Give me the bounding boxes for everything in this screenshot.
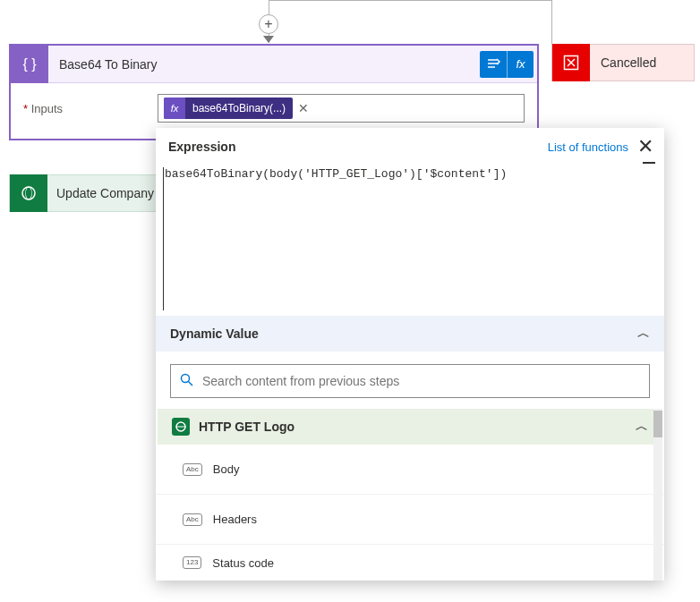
arrow-down-icon xyxy=(263,36,274,43)
designer-canvas: + { } Base64 To Binary fx Inputs xyxy=(0,0,700,602)
token-mode-buttons: fx xyxy=(480,51,534,78)
expression-heading: Expression xyxy=(168,140,235,154)
add-step-button[interactable]: + xyxy=(259,14,278,34)
param-label-inputs: Inputs xyxy=(23,102,149,115)
action-header[interactable]: { } Base64 To Binary fx xyxy=(11,46,537,83)
dataverse-icon xyxy=(10,174,47,212)
svg-point-1 xyxy=(22,187,35,199)
compose-icon: { } xyxy=(11,46,48,83)
action-card-cancelled[interactable]: Cancelled xyxy=(551,44,695,81)
inputs-field[interactable]: fx base64ToBinary(...) ✕ xyxy=(158,94,525,123)
scrollbar-thumb[interactable] xyxy=(653,411,662,437)
connector-line xyxy=(269,0,551,1)
dynamic-value-item[interactable]: Abc Headers xyxy=(156,495,664,545)
chevron-up-icon[interactable]: ︿ xyxy=(636,419,648,435)
type-badge: Abc xyxy=(183,513,202,526)
fx-icon: fx xyxy=(164,98,185,119)
scrollbar[interactable] xyxy=(653,409,662,581)
action-card-base64[interactable]: { } Base64 To Binary fx Inputs fx base64… xyxy=(9,44,539,140)
search-input[interactable] xyxy=(202,374,640,388)
dynamic-content-button[interactable] xyxy=(480,51,507,78)
svg-point-2 xyxy=(182,375,190,383)
terminate-icon xyxy=(552,44,590,81)
search-icon xyxy=(180,373,193,389)
item-label: Status code xyxy=(212,556,274,570)
action-card-update-company[interactable]: Update Company xyxy=(9,174,161,212)
connector-line xyxy=(551,0,552,45)
action-title: Base64 To Binary xyxy=(48,57,157,72)
http-icon xyxy=(172,418,190,436)
token-label: base64ToBinary(...) xyxy=(185,102,293,114)
expression-code-input[interactable]: base64ToBinary(body('HTTP_GET_Logo')['$c… xyxy=(163,167,657,310)
popup-header: Expression List of functions ✕ xyxy=(156,128,664,165)
svg-line-3 xyxy=(189,382,193,386)
cancelled-title: Cancelled xyxy=(590,55,656,70)
token-clear-button[interactable]: ✕ xyxy=(298,101,309,115)
dynamic-value-section-header[interactable]: Dynamic Value ︿ xyxy=(156,316,664,352)
expression-button[interactable]: fx xyxy=(507,51,534,78)
dynamic-value-item[interactable]: 123 Status code xyxy=(156,545,664,581)
search-box[interactable] xyxy=(170,364,650,398)
dynamic-value-item[interactable]: Abc Body xyxy=(156,445,664,495)
dynamic-value-label: Dynamic Value xyxy=(170,326,259,341)
item-label: Headers xyxy=(213,513,257,526)
source-label: HTTP GET Logo xyxy=(199,420,295,434)
type-badge: 123 xyxy=(183,556,201,569)
expression-editor-popup: Expression List of functions ✕ base64ToB… xyxy=(156,128,664,581)
source-section-header[interactable]: HTTP GET Logo ︿ xyxy=(158,409,662,445)
update-title: Update Company xyxy=(47,186,154,200)
close-icon[interactable]: ✕ xyxy=(637,137,653,157)
chevron-up-icon[interactable]: ︿ xyxy=(637,326,650,342)
collapse-toggle[interactable] xyxy=(643,162,655,164)
item-label: Body xyxy=(213,462,240,476)
list-of-functions-link[interactable]: List of functions xyxy=(548,140,628,154)
type-badge: Abc xyxy=(183,463,202,476)
expression-token[interactable]: fx base64ToBinary(...) xyxy=(164,98,293,119)
